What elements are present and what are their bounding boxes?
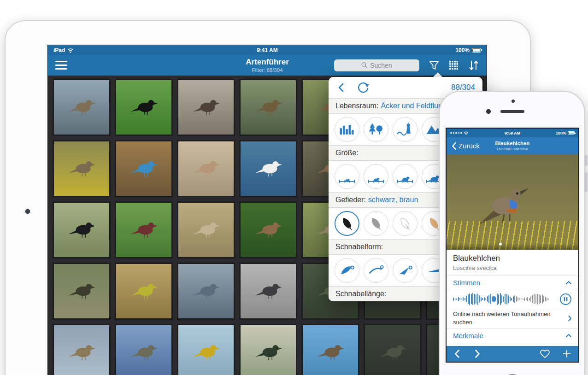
bird-photo (241, 80, 296, 135)
add-plus-button[interactable] (563, 350, 571, 358)
filter-section-label: Gefieder: (335, 196, 366, 204)
sort-icon[interactable] (468, 60, 479, 71)
bird-photo (178, 141, 234, 196)
bird-photo (178, 80, 234, 135)
ipad-clock: 9:41 AM (48, 47, 487, 53)
iphone-bottom-toolbar (447, 346, 578, 362)
bird-thumbnail[interactable] (53, 201, 111, 258)
bird-thumbnail[interactable] (364, 324, 422, 375)
bird-photo (178, 264, 234, 318)
iphone-device: 9:59 AM 100% Zurück Blaukehlchen Luscini… (439, 91, 585, 375)
feather-filter-icon[interactable] (364, 211, 388, 236)
bird-thumbnail[interactable] (53, 263, 111, 320)
beak-curved-filter-icon[interactable] (364, 258, 388, 283)
ear-speaker-icon (500, 110, 524, 113)
back-button-label: Zurück (459, 142, 480, 150)
bird-photo (54, 325, 109, 375)
bird-thumbnail[interactable] (301, 324, 359, 375)
bird-photo (178, 203, 234, 257)
bird-thumbnail[interactable] (115, 140, 173, 197)
bird-thumbnail[interactable] (53, 140, 111, 197)
previous-species-button[interactable] (454, 349, 460, 358)
grid-view-icon[interactable] (449, 60, 459, 70)
feather-filter-icon[interactable] (393, 211, 417, 236)
bird-photo (241, 203, 296, 257)
voices-section-header[interactable]: Stimmen (447, 275, 578, 290)
bird-thumbnail[interactable] (239, 201, 297, 258)
bird-thumbnail[interactable] (177, 140, 235, 197)
trees-filter-icon[interactable] (364, 117, 388, 142)
menu-button[interactable] (55, 61, 67, 70)
filter-section-label: Größe: (335, 149, 359, 157)
iphone-screen: 9:59 AM 100% Zurück Blaukehlchen Luscini… (446, 128, 579, 363)
bird-size-filter-icon[interactable] (393, 164, 417, 189)
bird-photo (116, 141, 171, 196)
voices-title: Stimmen (453, 279, 480, 287)
iphone-status-bar: 9:59 AM 100% (447, 129, 578, 137)
filter-section-label: Schnabelform: (335, 243, 383, 251)
bird-photo (116, 264, 171, 318)
back-icon[interactable] (336, 82, 346, 93)
pause-button[interactable] (559, 293, 572, 305)
bird-photo (54, 203, 109, 257)
sleep-button[interactable] (584, 155, 588, 166)
characteristics-title: Merkmale (453, 332, 483, 340)
search-placeholder: Suchen (370, 62, 392, 69)
species-info: Blaukehlchen Luscinia svecica (447, 250, 578, 275)
search-input[interactable]: Suchen (334, 59, 419, 71)
next-species-button[interactable] (474, 349, 481, 358)
beak-hooked-filter-icon[interactable] (335, 258, 359, 283)
bird-photo (303, 325, 358, 375)
online-search-row[interactable]: Online nach weiteren Tonaufnahmen suchen (447, 308, 578, 328)
filter-section-value: Äcker und Feldflur (381, 102, 441, 110)
bird-thumbnail[interactable] (53, 324, 111, 375)
favorite-heart-icon[interactable] (540, 350, 550, 358)
bird-thumbnail[interactable] (53, 79, 111, 136)
bird-thumbnail[interactable] (239, 263, 297, 320)
bird-thumbnail[interactable] (177, 263, 235, 320)
ipad-front-camera-icon (25, 209, 30, 214)
bird-thumbnail[interactable] (177, 201, 235, 258)
bird-thumbnail[interactable] (115, 263, 173, 320)
bird-photo (116, 203, 171, 257)
filter-section-value: schwarz, braun (368, 196, 418, 204)
bird-thumbnail[interactable] (115, 201, 173, 258)
species-photo[interactable] (447, 154, 578, 250)
chevron-up-icon (565, 334, 572, 338)
bird-photo (116, 80, 171, 135)
characteristics-section-header[interactable]: Merkmale (447, 328, 578, 343)
proximity-sensor-icon (512, 100, 515, 103)
filter-icon[interactable] (429, 60, 440, 71)
bird-thumbnail[interactable] (239, 324, 297, 375)
back-button[interactable]: Zurück (451, 142, 480, 150)
bird-size-filter-icon[interactable] (335, 164, 359, 189)
bird-photo (178, 325, 234, 375)
bird-thumbnail[interactable] (239, 79, 297, 136)
chevron-up-icon (565, 281, 572, 285)
online-search-label: Online nach weiteren Tonaufnahmen suchen (453, 310, 560, 326)
bird-thumbnail[interactable] (115, 324, 173, 375)
bird-photo (116, 325, 171, 375)
lighthouse-filter-icon[interactable] (393, 117, 417, 142)
beak-pointed-filter-icon[interactable] (393, 258, 417, 283)
bird-thumbnail[interactable] (239, 140, 297, 197)
bird-thumbnail[interactable] (115, 79, 173, 136)
volume-button[interactable] (584, 172, 588, 192)
audio-waveform[interactable] (453, 292, 556, 306)
city-filter-icon[interactable] (335, 117, 359, 142)
bird-photo (241, 264, 296, 318)
filter-section-label: Lebensraum: (335, 102, 378, 110)
iphone-nav-bar: Zurück Blaukehlchen Luscinia svecica (447, 137, 578, 154)
feather-filter-icon[interactable] (335, 211, 359, 236)
battery-icon (472, 48, 481, 53)
reset-filters-icon[interactable] (357, 82, 369, 94)
bird-thumbnail[interactable] (177, 79, 235, 136)
ipad-status-bar: iPad 9:41 AM 100% (48, 45, 487, 55)
bird-photo (241, 325, 296, 375)
bird-photo (54, 80, 109, 135)
bird-thumbnail[interactable] (177, 324, 235, 375)
bird-size-filter-icon[interactable] (364, 164, 388, 189)
bird-photo (54, 141, 109, 196)
bird-photo (54, 264, 109, 318)
iphone-front-camera-icon (486, 109, 491, 114)
